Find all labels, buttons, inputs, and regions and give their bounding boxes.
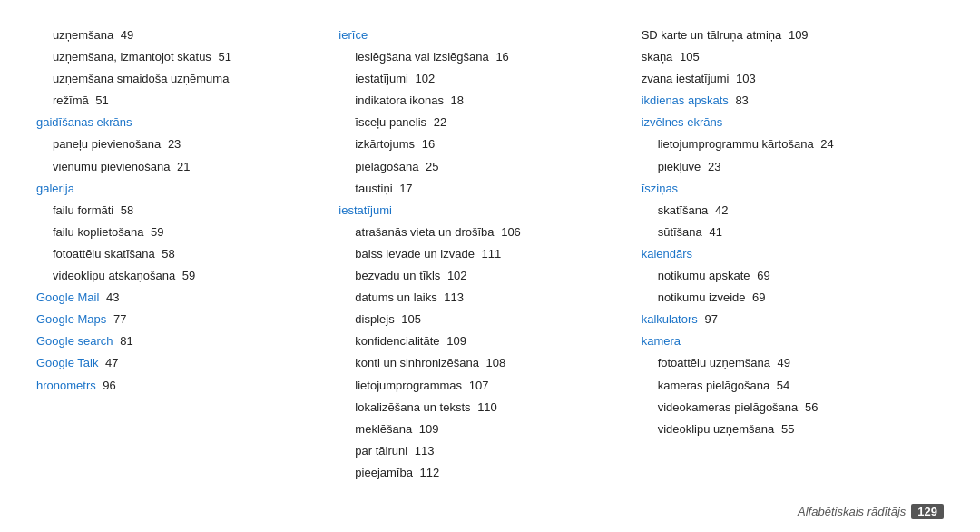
section-header[interactable]: kamera — [642, 331, 681, 351]
entry-number: 43 — [103, 288, 119, 308]
entry-number: 51 — [215, 47, 231, 67]
entry-number: 41 — [706, 222, 722, 242]
list-item: notikumu apskate 69 — [642, 266, 935, 286]
list-item: fotoattēlu skatīšana 58 — [36, 244, 329, 264]
entry-label: videoklipu uzņemšana — [658, 419, 775, 439]
entry-number: 55 — [778, 419, 794, 439]
section-header[interactable]: Google search — [36, 331, 113, 351]
section-header[interactable]: kalkulators — [642, 310, 698, 330]
section-header[interactable]: Google Maps — [36, 310, 106, 330]
list-item: meklēšana 109 — [338, 419, 632, 439]
entry-label: zvana iestatījumi — [642, 69, 730, 89]
entry-label: paneļu pievienošana — [53, 134, 161, 154]
list-item: hronometrs 96 — [36, 376, 329, 396]
entry-label: videokameras pielāgošana — [658, 398, 799, 418]
list-item: lietojumprogrammas 107 — [338, 376, 632, 396]
entry-number: 59 — [147, 222, 163, 242]
entry-number: 51 — [93, 91, 109, 111]
entry-label: taustiņi — [355, 179, 392, 199]
entry-label: failu formāti — [53, 201, 113, 221]
entry-number: 106 — [498, 222, 521, 242]
entry-number: 83 — [732, 91, 749, 111]
list-item: lietojumprogrammu kārtošana 24 — [642, 134, 935, 154]
list-item: iestatījumi 102 — [338, 69, 632, 89]
entry-label: lietojumprogrammas — [355, 376, 462, 396]
entry-number: 23 — [164, 134, 181, 154]
entry-label: konti un sinhronizēšana — [355, 353, 479, 373]
section-header[interactable]: gaidīšanas ekrāns — [36, 113, 132, 133]
section-header[interactable]: ierīce — [338, 25, 368, 45]
entry-label: pielāgošana — [355, 157, 418, 177]
list-item: galerija — [36, 179, 329, 199]
entry-label: konfidencialitāte — [355, 331, 439, 351]
section-header[interactable]: izvēlnes ekrāns — [642, 113, 723, 133]
entry-number: 105 — [398, 310, 421, 330]
list-item: uzņemšana smaidoša uzņēmuma — [36, 69, 329, 89]
list-item: videoklipu atskaņošana 59 — [36, 266, 329, 286]
entry-number: 16 — [493, 47, 509, 67]
entry-number: 110 — [475, 398, 497, 418]
list-item: failu formāti 58 — [36, 201, 329, 221]
section-header[interactable]: hronometrs — [36, 376, 96, 396]
entry-number: 49 — [774, 353, 790, 373]
list-item: atrašanās vieta un drošība 106 — [338, 222, 632, 242]
entry-label: lietojumprogrammu kārtošana — [658, 134, 814, 154]
list-item: konfidencialitāte 109 — [338, 331, 632, 351]
entry-number: 107 — [466, 376, 488, 396]
list-item: Google Maps 77 — [36, 310, 329, 330]
section-header[interactable]: īsziņas — [642, 179, 678, 199]
entry-number: 77 — [110, 310, 126, 330]
entry-label: videoklipu atskaņošana — [53, 266, 175, 286]
list-item: piekļuve 23 — [642, 157, 935, 177]
section-header[interactable]: kalendārs — [642, 244, 692, 264]
entry-number: 112 — [416, 463, 439, 483]
list-item: vienumu pievienošana 21 — [36, 157, 329, 177]
entry-number: 81 — [117, 331, 133, 351]
entry-label: balss ievade un izvade — [355, 244, 475, 264]
entry-label: sūtīšana — [658, 222, 702, 242]
entry-number: 109 — [444, 331, 466, 351]
section-header[interactable]: Google Talk — [36, 353, 98, 373]
entry-number: 103 — [732, 69, 755, 89]
list-item: bezvadu un tīkls 102 — [338, 266, 632, 286]
entry-number: 58 — [159, 244, 175, 264]
list-item: kameras pielāgošana 54 — [642, 376, 935, 396]
section-header[interactable]: galerija — [36, 179, 74, 199]
entry-label: displejs — [355, 310, 394, 330]
entry-number: 109 — [785, 25, 808, 45]
entry-label: fotoattēlu skatīšana — [53, 244, 155, 264]
list-item: skaņa 105 — [642, 47, 935, 67]
list-item: sūtīšana 41 — [642, 222, 935, 242]
entry-number: 113 — [411, 441, 434, 461]
entry-number: 49 — [117, 25, 133, 45]
entry-number: 102 — [444, 266, 466, 286]
entry-number: 18 — [447, 91, 464, 111]
entry-label: režīmā — [53, 91, 89, 111]
entry-label: par tālruni — [355, 441, 407, 461]
entry-label: fotoattēlu uzņemšana — [658, 353, 770, 373]
list-item: videokameras pielāgošana 56 — [642, 398, 935, 418]
list-item: balss ievade un izvade 111 — [338, 244, 632, 264]
column-1: uzņemšana 49uzņemšana, izmantojot skatus… — [36, 25, 338, 514]
footer-label: Alfabētiskais rādītājs — [798, 505, 906, 518]
section-header[interactable]: iestatījumi — [338, 201, 392, 221]
entry-label: datums un laiks — [355, 288, 436, 308]
entry-number: 58 — [117, 201, 133, 221]
entry-number: 96 — [100, 376, 116, 396]
entry-label: uzņemšana, izmantojot skatus — [53, 47, 211, 67]
entry-label: meklēšana — [355, 419, 412, 439]
list-item: paneļu pievienošana 23 — [36, 134, 329, 154]
list-item: taustiņi 17 — [338, 179, 632, 199]
section-header[interactable]: Google Mail — [36, 288, 99, 308]
list-item: ikdienas apskats 83 — [642, 91, 935, 111]
entry-label: bezvadu un tīkls — [355, 266, 440, 286]
list-item: skatīšana 42 — [642, 201, 935, 221]
section-header[interactable]: ikdienas apskats — [642, 91, 729, 111]
entry-label: failu koplietošana — [53, 222, 143, 242]
list-item: kamera — [642, 331, 935, 351]
entry-label: kameras pielāgošana — [658, 376, 770, 396]
entry-number: 105 — [676, 47, 699, 67]
list-item: Google Talk 47 — [36, 353, 329, 373]
entry-label: īsceļu panelis — [355, 113, 426, 133]
list-item: pieejamība 112 — [338, 463, 632, 483]
